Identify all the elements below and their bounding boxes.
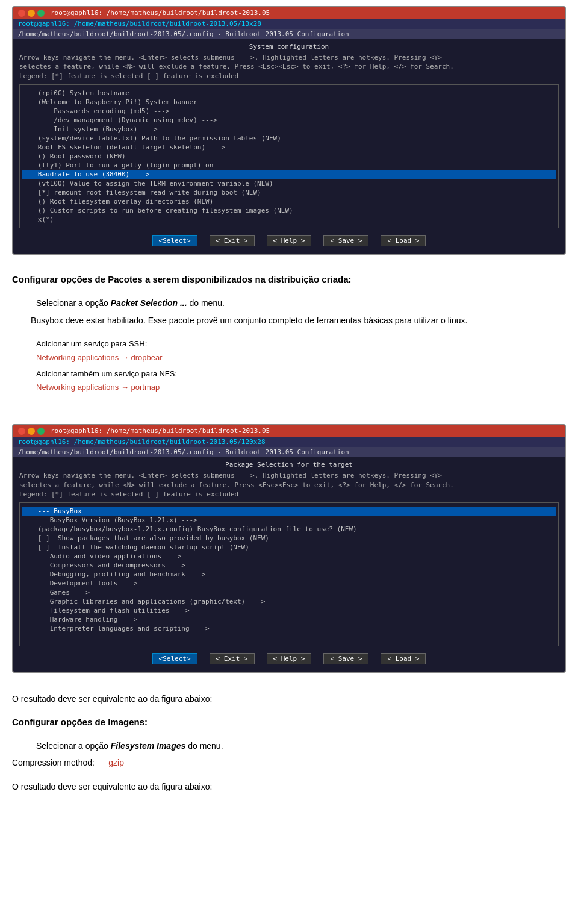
menu-item: () Custom scripts to run before creating… xyxy=(22,206,556,215)
section1-para3: Adicionar um serviço para SSH: xyxy=(36,338,566,351)
terminal-section-title-2: Package Selection for the target xyxy=(19,461,559,469)
menu-item: (rpi0G) System hostname xyxy=(22,89,556,98)
terminal-path-4: /home/matheus/buildroot/buildroot-2013.0… xyxy=(13,447,565,457)
menu-item: () Root filesystem overlay directories (… xyxy=(22,197,556,206)
section1-para1: Selecionar a opção Packet Selection ... … xyxy=(36,296,566,310)
menu-item: () Root password (NEW) xyxy=(22,152,556,161)
select-button[interactable]: <Select> xyxy=(152,235,197,246)
close-dot xyxy=(18,10,25,17)
maximize-dot xyxy=(37,10,45,17)
terminal-path-2: /home/matheus/buildroot/buildroot-2013.0… xyxy=(13,29,565,39)
doc-section-1: Configurar opções de Pacotes a serem dis… xyxy=(0,261,578,418)
minimize-dot-2 xyxy=(28,428,35,435)
menu-item: [ ] Show packages that are also provided… xyxy=(22,534,556,543)
menu-item-highlighted: Baudrate to use (38400) ---> xyxy=(22,170,556,179)
window-control-dots-2 xyxy=(18,428,45,435)
section2-para3: O resultado deve ser equivalente ao da f… xyxy=(12,780,566,793)
menu-item: [*] remount root filesystem read-write d… xyxy=(22,188,556,197)
section1-ssh-link: Networking applications → dropbear xyxy=(36,352,566,364)
menu-item: Graphic libraries and applications (grap… xyxy=(22,597,556,606)
maximize-dot-2 xyxy=(37,428,45,435)
terminal-instruction-2: Arrow keys navigate the menu. <Enter> se… xyxy=(19,471,559,499)
section1-para2: Busybox deve estar habilitado. Esse paco… xyxy=(12,314,566,327)
terminal-menu-2: --- BusyBox BusyBox Version (BusyBox 1.2… xyxy=(19,502,559,646)
save-button-2[interactable]: < Save > xyxy=(323,653,368,664)
terminal-menu-1: (rpi0G) System hostname (Welcome to Rasp… xyxy=(19,84,559,228)
terminal-footer-1: <Select> < Exit > < Help > < Save > < Lo… xyxy=(19,231,559,250)
packet-selection-label: Packet Selection ... xyxy=(111,298,187,308)
filesystem-images-label: Filesystem Images xyxy=(111,741,186,751)
menu-item: x(*) xyxy=(22,215,556,224)
terminal-window-1: root@gaphl16: /home/matheus/buildroot/bu… xyxy=(12,6,566,255)
menu-item: Init system (Busybox) ---> xyxy=(22,125,556,134)
terminal-footer-2: <Select> < Exit > < Help > < Save > < Lo… xyxy=(19,649,559,668)
terminal-title-2: root@gaphl16: /home/matheus/buildroot/bu… xyxy=(51,427,270,435)
menu-item: Audio and video applications ---> xyxy=(22,552,556,561)
save-button[interactable]: < Save > xyxy=(323,235,368,246)
menu-item: Games ---> xyxy=(22,588,556,597)
select-button-2[interactable]: <Select> xyxy=(152,653,197,664)
help-button-2[interactable]: < Help > xyxy=(267,653,312,664)
window-control-dots xyxy=(18,10,45,17)
compression-value: gzip xyxy=(108,758,124,767)
terminal-instruction-1: Arrow keys navigate the menu. <Enter> se… xyxy=(19,53,559,81)
terminal-path-3: root@gaphl16: /home/matheus/buildroot/bu… xyxy=(13,437,565,447)
help-button[interactable]: < Help > xyxy=(267,235,312,246)
section2-para1: O resultado deve ser equivalente ao da f… xyxy=(12,692,566,705)
menu-item: (package/busybox/busybox-1.21.x.config) … xyxy=(22,525,556,534)
exit-button-2[interactable]: < Exit > xyxy=(210,653,255,664)
menu-item: BusyBox Version (BusyBox 1.21.x) ---> xyxy=(22,516,556,525)
section1-para4: Adicionar também um serviço para NFS: xyxy=(36,368,566,381)
menu-item: --- xyxy=(22,633,556,642)
menu-item: Hardware handling ---> xyxy=(22,615,556,624)
section2-heading: Configurar opções de Imagens: xyxy=(12,717,566,727)
menu-item: (vt100) Value to assign the TERM environ… xyxy=(22,179,556,188)
menu-item: Interpreter languages and scripting ---> xyxy=(22,624,556,633)
menu-item: Passwords encoding (md5) ---> xyxy=(22,107,556,116)
menu-item: (system/device_table.txt) Path to the pe… xyxy=(22,134,556,143)
terminal-titlebar-2: root@gaphl16: /home/matheus/buildroot/bu… xyxy=(13,425,565,437)
doc-section-2: O resultado deve ser equivalente ao da f… xyxy=(0,679,578,811)
menu-item: Filesystem and flash utilities ---> xyxy=(22,606,556,615)
exit-button[interactable]: < Exit > xyxy=(210,235,255,246)
load-button-2[interactable]: < Load > xyxy=(381,653,426,664)
terminal-titlebar-1: root@gaphl16: /home/matheus/buildroot/bu… xyxy=(13,7,565,19)
menu-item: [ ] Install the watchdog daemon startup … xyxy=(22,543,556,552)
terminal-body-1: System configuration Arrow keys navigate… xyxy=(13,39,565,254)
terminal-title-1: root@gaphl16: /home/matheus/buildroot/bu… xyxy=(51,9,270,17)
section1-heading: Configurar opções de Pacotes a serem dis… xyxy=(12,274,566,284)
menu-item: Compressors and decompressors ---> xyxy=(22,561,556,570)
minimize-dot xyxy=(28,10,35,17)
close-dot-2 xyxy=(18,428,25,435)
section2-para2: Selecionar a opção Filesystem Images do … xyxy=(36,739,566,752)
menu-item: (tty1) Port to run a getty (login prompt… xyxy=(22,161,556,170)
menu-item-busybox-highlighted: --- BusyBox xyxy=(22,507,556,516)
menu-item: Development tools ---> xyxy=(22,579,556,588)
menu-item: Root FS skeleton (default target skeleto… xyxy=(22,143,556,152)
terminal-path-1: root@gaphl16: /home/matheus/buildroot/bu… xyxy=(13,19,565,29)
load-button[interactable]: < Load > xyxy=(381,235,426,246)
terminal-section-title-1: System configuration xyxy=(19,43,559,51)
terminal-body-2: Package Selection for the target Arrow k… xyxy=(13,457,565,672)
terminal-window-2: root@gaphl16: /home/matheus/buildroot/bu… xyxy=(12,424,566,673)
menu-item: /dev management (Dynamic using mdev) ---… xyxy=(22,116,556,125)
section1-nfs-link: Networking applications → portmap xyxy=(36,381,566,394)
menu-item: Debugging, profiling and benchmark ---> xyxy=(22,570,556,579)
menu-item: (Welcome to Raspberry Pi!) System banner xyxy=(22,98,556,107)
section2-compression: Compression method: gzip xyxy=(12,756,566,769)
